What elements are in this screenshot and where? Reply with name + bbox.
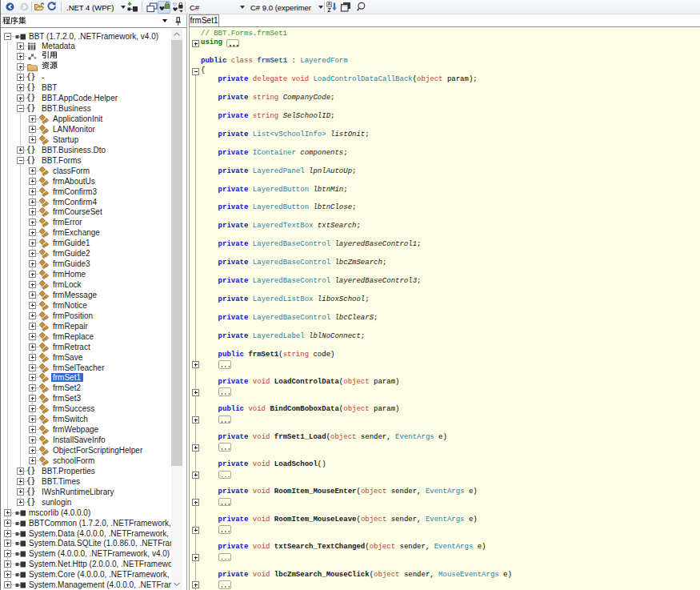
svg-text:Z: Z bbox=[328, 7, 331, 13]
svg-text:A: A bbox=[328, 2, 331, 6]
